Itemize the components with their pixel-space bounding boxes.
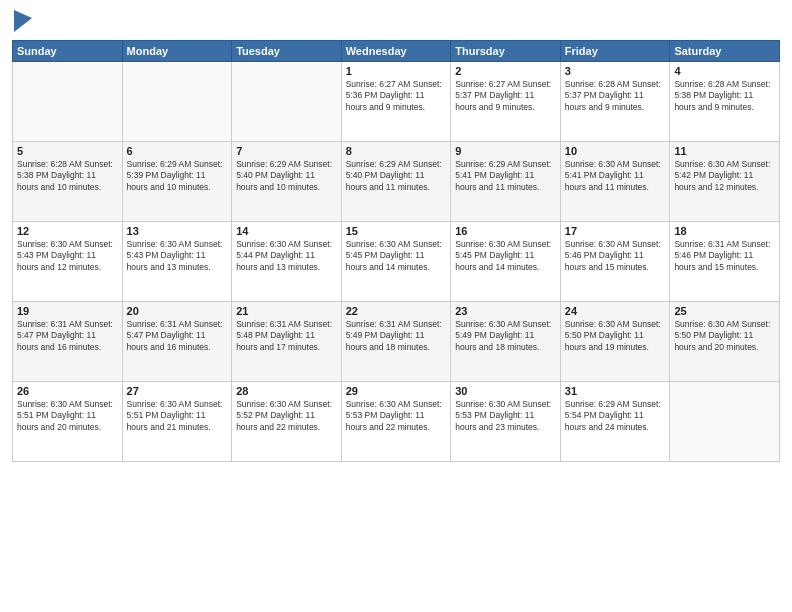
day-number: 19: [17, 305, 118, 317]
day-info: Sunrise: 6:28 AM Sunset: 5:37 PM Dayligh…: [565, 79, 666, 113]
calendar-day-cell: [670, 382, 780, 462]
calendar-day-cell: 18Sunrise: 6:31 AM Sunset: 5:46 PM Dayli…: [670, 222, 780, 302]
calendar-day-cell: 4Sunrise: 6:28 AM Sunset: 5:38 PM Daylig…: [670, 62, 780, 142]
day-info: Sunrise: 6:30 AM Sunset: 5:44 PM Dayligh…: [236, 239, 337, 273]
calendar-day-cell: 29Sunrise: 6:30 AM Sunset: 5:53 PM Dayli…: [341, 382, 451, 462]
calendar-header-row: SundayMondayTuesdayWednesdayThursdayFrid…: [13, 41, 780, 62]
day-info: Sunrise: 6:30 AM Sunset: 5:43 PM Dayligh…: [17, 239, 118, 273]
day-info: Sunrise: 6:30 AM Sunset: 5:52 PM Dayligh…: [236, 399, 337, 433]
day-number: 5: [17, 145, 118, 157]
calendar-week-row: 26Sunrise: 6:30 AM Sunset: 5:51 PM Dayli…: [13, 382, 780, 462]
day-number: 21: [236, 305, 337, 317]
day-number: 12: [17, 225, 118, 237]
calendar-day-cell: 6Sunrise: 6:29 AM Sunset: 5:39 PM Daylig…: [122, 142, 232, 222]
day-info: Sunrise: 6:30 AM Sunset: 5:49 PM Dayligh…: [455, 319, 556, 353]
day-info: Sunrise: 6:30 AM Sunset: 5:46 PM Dayligh…: [565, 239, 666, 273]
day-info: Sunrise: 6:29 AM Sunset: 5:41 PM Dayligh…: [455, 159, 556, 193]
calendar-day-cell: 28Sunrise: 6:30 AM Sunset: 5:52 PM Dayli…: [232, 382, 342, 462]
calendar-day-cell: 27Sunrise: 6:30 AM Sunset: 5:51 PM Dayli…: [122, 382, 232, 462]
logo-icon: [14, 10, 32, 32]
calendar-day-cell: 10Sunrise: 6:30 AM Sunset: 5:41 PM Dayli…: [560, 142, 670, 222]
day-number: 24: [565, 305, 666, 317]
calendar-day-cell: 14Sunrise: 6:30 AM Sunset: 5:44 PM Dayli…: [232, 222, 342, 302]
day-number: 16: [455, 225, 556, 237]
day-number: 9: [455, 145, 556, 157]
calendar-week-row: 1Sunrise: 6:27 AM Sunset: 5:36 PM Daylig…: [13, 62, 780, 142]
day-number: 30: [455, 385, 556, 397]
calendar-day-cell: 26Sunrise: 6:30 AM Sunset: 5:51 PM Dayli…: [13, 382, 123, 462]
day-number: 31: [565, 385, 666, 397]
day-number: 22: [346, 305, 447, 317]
day-info: Sunrise: 6:31 AM Sunset: 5:47 PM Dayligh…: [17, 319, 118, 353]
calendar-day-cell: [13, 62, 123, 142]
day-number: 2: [455, 65, 556, 77]
day-header-friday: Friday: [560, 41, 670, 62]
calendar-day-cell: 7Sunrise: 6:29 AM Sunset: 5:40 PM Daylig…: [232, 142, 342, 222]
day-info: Sunrise: 6:30 AM Sunset: 5:50 PM Dayligh…: [674, 319, 775, 353]
day-number: 8: [346, 145, 447, 157]
day-info: Sunrise: 6:31 AM Sunset: 5:48 PM Dayligh…: [236, 319, 337, 353]
day-info: Sunrise: 6:30 AM Sunset: 5:53 PM Dayligh…: [455, 399, 556, 433]
calendar-day-cell: [122, 62, 232, 142]
day-number: 18: [674, 225, 775, 237]
day-number: 29: [346, 385, 447, 397]
day-info: Sunrise: 6:30 AM Sunset: 5:51 PM Dayligh…: [127, 399, 228, 433]
day-info: Sunrise: 6:31 AM Sunset: 5:47 PM Dayligh…: [127, 319, 228, 353]
calendar-day-cell: 25Sunrise: 6:30 AM Sunset: 5:50 PM Dayli…: [670, 302, 780, 382]
calendar-table: SundayMondayTuesdayWednesdayThursdayFrid…: [12, 40, 780, 462]
day-info: Sunrise: 6:30 AM Sunset: 5:50 PM Dayligh…: [565, 319, 666, 353]
calendar-day-cell: 2Sunrise: 6:27 AM Sunset: 5:37 PM Daylig…: [451, 62, 561, 142]
calendar-day-cell: 17Sunrise: 6:30 AM Sunset: 5:46 PM Dayli…: [560, 222, 670, 302]
day-header-saturday: Saturday: [670, 41, 780, 62]
day-number: 25: [674, 305, 775, 317]
calendar-week-row: 12Sunrise: 6:30 AM Sunset: 5:43 PM Dayli…: [13, 222, 780, 302]
day-info: Sunrise: 6:29 AM Sunset: 5:40 PM Dayligh…: [236, 159, 337, 193]
day-number: 27: [127, 385, 228, 397]
day-info: Sunrise: 6:30 AM Sunset: 5:53 PM Dayligh…: [346, 399, 447, 433]
calendar-day-cell: 1Sunrise: 6:27 AM Sunset: 5:36 PM Daylig…: [341, 62, 451, 142]
day-info: Sunrise: 6:30 AM Sunset: 5:45 PM Dayligh…: [455, 239, 556, 273]
day-number: 28: [236, 385, 337, 397]
day-number: 15: [346, 225, 447, 237]
calendar-day-cell: 19Sunrise: 6:31 AM Sunset: 5:47 PM Dayli…: [13, 302, 123, 382]
calendar-container: SundayMondayTuesdayWednesdayThursdayFrid…: [0, 0, 792, 612]
day-number: 14: [236, 225, 337, 237]
day-info: Sunrise: 6:28 AM Sunset: 5:38 PM Dayligh…: [17, 159, 118, 193]
calendar-day-cell: 20Sunrise: 6:31 AM Sunset: 5:47 PM Dayli…: [122, 302, 232, 382]
calendar-week-row: 5Sunrise: 6:28 AM Sunset: 5:38 PM Daylig…: [13, 142, 780, 222]
calendar-day-cell: 9Sunrise: 6:29 AM Sunset: 5:41 PM Daylig…: [451, 142, 561, 222]
day-info: Sunrise: 6:27 AM Sunset: 5:37 PM Dayligh…: [455, 79, 556, 113]
day-header-sunday: Sunday: [13, 41, 123, 62]
calendar-day-cell: 11Sunrise: 6:30 AM Sunset: 5:42 PM Dayli…: [670, 142, 780, 222]
day-info: Sunrise: 6:29 AM Sunset: 5:40 PM Dayligh…: [346, 159, 447, 193]
logo: [12, 10, 32, 32]
day-number: 6: [127, 145, 228, 157]
calendar-day-cell: [232, 62, 342, 142]
calendar-day-cell: 15Sunrise: 6:30 AM Sunset: 5:45 PM Dayli…: [341, 222, 451, 302]
calendar-day-cell: 23Sunrise: 6:30 AM Sunset: 5:49 PM Dayli…: [451, 302, 561, 382]
day-info: Sunrise: 6:29 AM Sunset: 5:54 PM Dayligh…: [565, 399, 666, 433]
day-number: 13: [127, 225, 228, 237]
day-info: Sunrise: 6:31 AM Sunset: 5:49 PM Dayligh…: [346, 319, 447, 353]
day-number: 10: [565, 145, 666, 157]
day-number: 17: [565, 225, 666, 237]
day-info: Sunrise: 6:29 AM Sunset: 5:39 PM Dayligh…: [127, 159, 228, 193]
calendar-day-cell: 5Sunrise: 6:28 AM Sunset: 5:38 PM Daylig…: [13, 142, 123, 222]
day-number: 23: [455, 305, 556, 317]
calendar-day-cell: 16Sunrise: 6:30 AM Sunset: 5:45 PM Dayli…: [451, 222, 561, 302]
day-info: Sunrise: 6:30 AM Sunset: 5:43 PM Dayligh…: [127, 239, 228, 273]
day-info: Sunrise: 6:31 AM Sunset: 5:46 PM Dayligh…: [674, 239, 775, 273]
calendar-week-row: 19Sunrise: 6:31 AM Sunset: 5:47 PM Dayli…: [13, 302, 780, 382]
header: [12, 10, 780, 32]
calendar-day-cell: 13Sunrise: 6:30 AM Sunset: 5:43 PM Dayli…: [122, 222, 232, 302]
day-number: 4: [674, 65, 775, 77]
calendar-day-cell: 22Sunrise: 6:31 AM Sunset: 5:49 PM Dayli…: [341, 302, 451, 382]
day-info: Sunrise: 6:30 AM Sunset: 5:42 PM Dayligh…: [674, 159, 775, 193]
day-header-tuesday: Tuesday: [232, 41, 342, 62]
day-header-monday: Monday: [122, 41, 232, 62]
day-info: Sunrise: 6:30 AM Sunset: 5:45 PM Dayligh…: [346, 239, 447, 273]
svg-marker-0: [14, 10, 32, 32]
calendar-day-cell: 31Sunrise: 6:29 AM Sunset: 5:54 PM Dayli…: [560, 382, 670, 462]
day-info: Sunrise: 6:30 AM Sunset: 5:51 PM Dayligh…: [17, 399, 118, 433]
calendar-day-cell: 3Sunrise: 6:28 AM Sunset: 5:37 PM Daylig…: [560, 62, 670, 142]
